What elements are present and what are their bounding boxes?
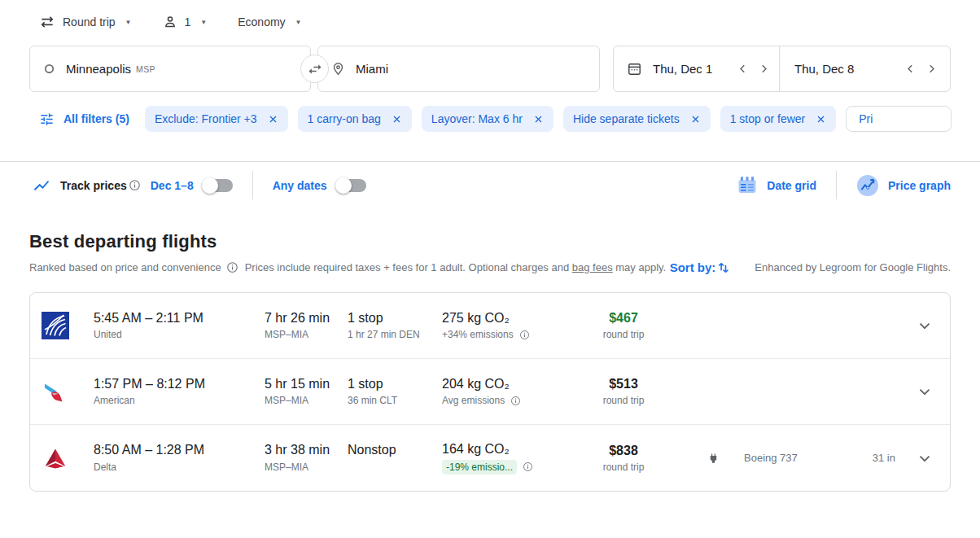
filter-chip[interactable]: Exclude: Frontier +3 [145,106,288,132]
depart-date-value: Thu, Dec 1 [653,62,712,76]
info-icon[interactable] [523,461,533,472]
circle-icon [43,63,55,75]
bag-fees-link[interactable]: bag fees [572,261,613,273]
cabin-class-selector[interactable]: Economy ▼ [238,15,301,28]
airline-name: American [94,395,135,406]
flight-duration: 7 hr 26 min [265,311,348,326]
origin-code: MSP [136,64,155,74]
return-date-field[interactable]: Thu, Dec 8 [785,46,942,91]
cabin-class-label: Economy [238,15,285,28]
filter-chip-partial[interactable]: Pri [846,106,952,132]
flight-row[interactable]: 5:45 AM – 2:11 PM United 7 hr 26 min MSP… [30,293,950,359]
origin-input[interactable]: Minneapolis MSP [29,46,311,92]
prices-note-suffix: may apply. [613,261,667,273]
depart-prev-day-button[interactable] [732,59,753,80]
flight-duration-cell: 5 hr 15 min MSP–MIA [265,377,348,407]
price-graph-icon [856,174,879,197]
flight-stops-cell: Nonstop [348,443,442,473]
depart-next-day-button[interactable] [753,59,774,80]
filter-chip[interactable]: 1 stop or fewer [720,106,837,132]
caret-down-icon: ▼ [295,19,302,26]
close-icon[interactable] [268,114,278,125]
flight-route: MSP–MIA [265,329,308,340]
flight-duration-cell: 3 hr 38 min MSP–MIA [265,443,348,473]
flight-emissions-cell: 204 kg CO₂ Avg emissions [442,377,579,407]
chevron-right-icon [757,62,771,76]
info-icon[interactable] [226,261,238,273]
flight-row[interactable]: 1:57 PM – 8:12 PM American 5 hr 15 min M… [30,359,950,425]
flight-stops: 1 stop [348,311,442,326]
close-icon[interactable] [690,114,701,125]
track-prices-label: Track prices [60,179,127,192]
flight-times: 5:45 AM – 2:11 PM [94,311,265,326]
emissions-note: Avg emissions [442,395,505,406]
filter-chip[interactable]: Hide separate tickets [563,106,711,132]
all-filters-button[interactable]: All filters (5) [39,112,129,127]
swap-locations-button[interactable] [300,55,329,83]
close-icon[interactable] [392,114,402,125]
flight-duration: 5 hr 15 min [265,377,348,391]
filter-chip-label: 1 carry-on bag [308,112,381,125]
flight-emissions-cell: 164 kg CO₂ -19% emissio... [442,442,579,475]
sort-by-button[interactable]: Sort by: [670,259,733,276]
origin-value: Minneapolis [66,62,131,76]
destination-input[interactable]: Miami [317,46,600,92]
power-plug-icon [707,452,720,465]
aircraft-type: Boeing 737 [744,452,798,464]
flight-row[interactable]: 8:50 AM – 1:28 PM Delta 3 hr 38 min MSP–… [30,425,950,491]
emissions-note: +34% emissions [442,329,514,340]
pin-icon [331,62,345,76]
dates-input: Thu, Dec 1 Thu, Dec 8 [613,46,951,92]
filter-chip[interactable]: Layover: Max 6 hr [422,106,553,132]
trip-type-selector[interactable]: Round trip ▼ [39,14,132,30]
filter-chip-label: Exclude: Frontier +3 [155,112,257,125]
flight-duration: 3 hr 38 min [265,443,348,457]
date-divider [779,46,780,91]
vertical-divider [252,171,253,199]
vertical-divider [836,171,837,199]
expand-flight-button[interactable] [916,449,934,467]
depart-date-field[interactable]: Thu, Dec 1 [627,46,774,91]
stop-detail: 36 min CLT [348,395,397,406]
close-icon[interactable] [816,114,826,125]
close-icon[interactable] [533,114,544,125]
info-icon[interactable] [510,396,521,406]
chevron-down-icon [916,317,934,335]
airline-logo [42,312,94,339]
info-icon[interactable] [519,330,530,340]
date-grid-button[interactable]: Date grid [737,175,816,195]
return-prev-day-button[interactable] [899,59,921,80]
date-grid-icon [737,175,758,195]
emissions-note: -19% emissio... [442,460,517,475]
filter-chip[interactable]: 1 carry-on bag [298,106,412,132]
chevron-left-icon [736,62,750,76]
expand-flight-button[interactable] [916,383,934,400]
flight-price: $467 [579,311,668,326]
any-dates-label: Any dates [273,179,327,192]
price-graph-button[interactable]: Price graph [856,174,951,197]
flight-stops: Nonstop [348,443,442,457]
flight-results-list: 5:45 AM – 2:11 PM United 7 hr 26 min MSP… [29,292,951,492]
expand-flight-button[interactable] [916,317,934,335]
price-note: round trip [579,395,668,406]
price-note: round trip [579,329,668,340]
legroom-value: 31 in [873,452,895,464]
price-graph-label: Price graph [888,179,951,192]
calendar-icon [627,61,642,77]
page-title: Best departing flights [29,231,951,252]
trip-options-bar: Round trip ▼ 1 ▼ Economy ▼ [0,0,980,38]
all-filters-label: All filters (5) [63,112,129,125]
flight-times: 1:57 PM – 8:12 PM [94,377,265,391]
info-icon[interactable] [129,179,141,191]
flight-stops-cell: 1 stop 1 hr 27 min DEN [348,311,442,341]
filter-chip-label: Hide separate tickets [573,112,680,125]
return-next-day-button[interactable] [921,59,942,80]
flight-price-cell: $467 round trip [579,311,668,340]
flight-price-cell: $513 round trip [579,377,668,406]
track-dates-toggle[interactable] [202,177,233,194]
flight-price: $513 [579,377,668,391]
any-dates-toggle[interactable] [335,177,366,194]
passengers-selector[interactable]: 1 ▼ [163,15,208,29]
stop-detail: 1 hr 27 min DEN [348,329,420,340]
airline-logo [42,378,94,405]
